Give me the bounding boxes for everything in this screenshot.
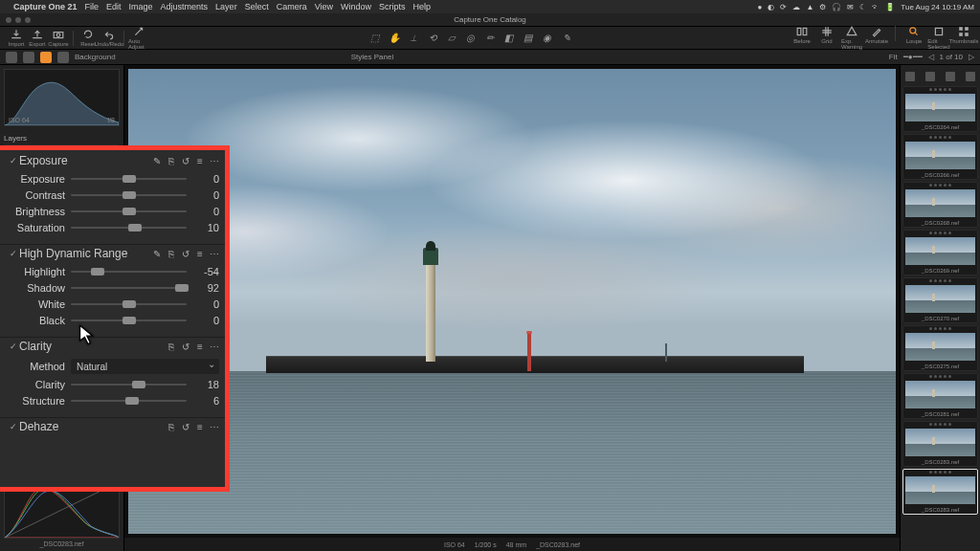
thumbnail[interactable]: _DSC0264.nef [902,86,978,132]
hdr-highlight-slider[interactable] [71,266,187,277]
clarity-structure-value[interactable]: 6 [192,395,219,407]
menubar-app[interactable]: Capture One 21 [13,2,78,11]
hand-tool-icon[interactable]: ✋ [388,32,401,45]
exposure-contrast-slider[interactable] [71,189,187,201]
exposure-saturation-value[interactable]: 10 [192,222,219,233]
thumbnail[interactable]: _DSC0269.nef [902,230,978,276]
preset-icon[interactable]: ≡ [195,249,205,258]
hdr-shadow-value[interactable]: 92 [192,282,219,294]
menu-file[interactable]: File [85,2,100,11]
crop-tool-icon[interactable]: ⟂ [407,32,420,45]
menu-select[interactable]: Select [245,2,269,11]
annotate-button[interactable]: Annotate [866,26,887,50]
before-after-button[interactable]: Before [791,26,813,50]
reset-icon[interactable]: ↺ [181,156,190,165]
grid-button[interactable]: Grid [816,26,837,50]
more-icon[interactable]: ⋯ [210,342,219,351]
clarity-structure-slider[interactable] [71,395,187,407]
tab-exposure-icon[interactable] [40,52,52,63]
brush-tool-icon[interactable]: ✏ [483,32,497,45]
hdr-white-slider[interactable] [71,298,187,310]
browser-tool-icon[interactable] [946,72,955,81]
tab-capture-icon[interactable] [23,52,34,63]
thumbnail[interactable]: _DSC0283.nef [902,469,978,515]
thumbnail[interactable]: _DSC0268.nef [902,182,978,228]
gradient-tool-icon[interactable]: ▤ [522,32,535,45]
thumbnail[interactable]: _DSC0275.nef [902,325,978,371]
hdr-shadow-slider[interactable] [71,282,187,294]
browser-tool-icon[interactable] [905,72,915,81]
exposure-contrast-value[interactable]: 0 [192,189,219,201]
panel-check-icon[interactable]: ✓ [10,422,15,431]
export-button[interactable]: Export [27,29,48,47]
exposure-exposure-slider[interactable] [71,173,187,185]
menu-image[interactable]: Image [129,2,153,11]
import-button[interactable]: Import [6,29,27,47]
panel-check-icon[interactable]: ✓ [10,156,15,165]
menu-layer[interactable]: Layer [215,2,237,11]
pencil-icon[interactable]: ✎ [152,156,162,165]
clarity-clarity-slider[interactable] [71,379,187,390]
zoom-fit[interactable]: Fit [889,53,898,61]
exposure-brightness-value[interactable]: 0 [192,206,219,217]
thumbnails-button[interactable]: Thumbnails [953,26,974,50]
prev-image-icon[interactable]: ◁ [928,53,934,61]
rotate-tool-icon[interactable]: ⟲ [426,32,439,45]
menu-window[interactable]: Window [341,2,371,11]
more-icon[interactable]: ⋯ [210,156,219,165]
loupe-button[interactable]: Loupe [903,26,924,50]
preset-icon[interactable]: ≡ [195,342,205,351]
exposure-saturation-slider[interactable] [71,222,187,233]
more-icon[interactable]: ⋯ [210,422,219,431]
thumbnail[interactable]: _DSC0283.nef [902,421,978,467]
tab-color-icon[interactable] [57,52,69,63]
picker-tool-icon[interactable]: ✎ [560,32,573,45]
traffic-lights[interactable] [6,17,31,23]
copy-icon[interactable]: ⎘ [167,342,176,351]
warning-button[interactable]: Exp. Warning [841,26,862,50]
select-tool-icon[interactable]: ⬚ [368,32,382,45]
erase-tool-icon[interactable]: ◧ [502,32,516,45]
capture-button[interactable]: Capture [48,29,69,47]
exposure-brightness-slider[interactable] [71,206,187,217]
hdr-black-slider[interactable] [71,315,187,326]
clarity-clarity-value[interactable]: 18 [192,379,219,390]
hdr-black-value[interactable]: 0 [192,315,219,326]
hdr-white-value[interactable]: 0 [192,298,219,310]
menu-edit[interactable]: Edit [106,2,122,11]
thumbnail[interactable]: _DSC0266.nef [902,134,978,180]
panel-check-icon[interactable]: ✓ [10,249,15,258]
menu-view[interactable]: View [315,2,333,11]
auto-adjust-button[interactable]: Auto Adjust [128,26,149,50]
next-image-icon[interactable]: ▷ [969,53,974,61]
method-select[interactable]: Natural [71,359,219,374]
browser-tool-icon[interactable] [925,72,935,81]
panel-check-icon[interactable]: ✓ [10,342,15,351]
hdr-highlight-value[interactable]: -54 [192,266,219,277]
browser-tool-icon[interactable] [966,72,975,81]
menu-adjustments[interactable]: Adjustments [161,2,209,11]
preset-icon[interactable]: ≡ [195,422,205,431]
tab-library-icon[interactable] [6,52,17,63]
radial-tool-icon[interactable]: ◉ [541,32,554,45]
zoom-slider[interactable]: ━●━━ [903,53,923,61]
menu-help[interactable]: Help [413,2,432,11]
viewer-canvas[interactable] [124,65,900,538]
menu-camera[interactable]: Camera [277,2,307,11]
more-icon[interactable]: ⋯ [210,249,219,258]
keystone-tool-icon[interactable]: ▱ [445,32,458,45]
reset-icon[interactable]: ↺ [181,422,190,431]
edit-selected-button[interactable]: Edit Selected [928,26,949,50]
pencil-icon[interactable]: ✎ [152,249,162,258]
copy-icon[interactable]: ⎘ [167,156,176,165]
preset-icon[interactable]: ≡ [195,156,205,165]
copy-icon[interactable]: ⎘ [167,249,176,258]
copy-icon[interactable]: ⎘ [167,422,176,431]
reset-icon[interactable]: ↺ [181,249,190,258]
thumbnail[interactable]: _DSC0281.nef [902,373,978,419]
reset-icon[interactable]: ↺ [181,342,190,351]
thumbnail[interactable]: _DSC0270.nef [902,277,978,323]
undo-button[interactable]: Undo/Redo [99,29,120,47]
exposure-exposure-value[interactable]: 0 [192,173,219,185]
menu-scripts[interactable]: Scripts [379,2,406,11]
